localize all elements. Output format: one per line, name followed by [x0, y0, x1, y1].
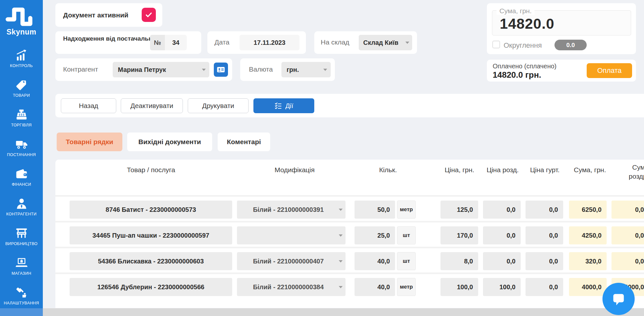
- price-field[interactable]: 8,0: [440, 252, 478, 270]
- document-number-value[interactable]: 34: [165, 35, 187, 50]
- qty-field[interactable]: 40,0: [355, 252, 395, 270]
- sidebar-nav: КОНТРОЛЬ ТОВАРИ ТОРГІВЛЯ ПОСТАЧАННЯ ФІНА…: [0, 49, 43, 305]
- chat-bubble-icon: [610, 290, 628, 308]
- currency-card: Валюта грн.: [240, 58, 335, 81]
- print-button[interactable]: Друкувати: [188, 98, 249, 113]
- qty-field[interactable]: 25,0: [355, 226, 395, 244]
- cash-register-icon: [15, 108, 28, 121]
- modification-dropdown[interactable]: Білий - 2210000000391: [237, 201, 346, 219]
- date-card: Дата 17.11.2023: [207, 31, 306, 54]
- wholesale-price-field[interactable]: 0,0: [526, 252, 563, 270]
- tools-icon: [15, 286, 28, 299]
- currency-dropdown[interactable]: грн.: [281, 62, 331, 77]
- sidebar-item[interactable]: ТОРГІВЛЯ: [0, 108, 43, 127]
- product-field[interactable]: 54366 Блискавка - 2230000000603: [70, 252, 232, 270]
- contractor-card-button[interactable]: [214, 63, 228, 77]
- product-field[interactable]: 8746 Батист - 2230000000573: [70, 201, 232, 219]
- modification-dropdown[interactable]: [237, 226, 346, 244]
- number-sign: №: [150, 35, 165, 50]
- truck-icon: [15, 138, 28, 151]
- date-label: Дата: [214, 38, 230, 46]
- factory-icon: [15, 227, 28, 240]
- tab-product-rows[interactable]: Товарні рядки: [57, 133, 122, 151]
- ukraine-flag-icon: [26, 18, 37, 26]
- retail-price-field[interactable]: 0,0: [483, 226, 521, 244]
- table-body: 8746 Батист - 2230000000573 Білий - 2210…: [55, 195, 644, 298]
- rounding-checkbox[interactable]: [492, 41, 500, 48]
- actions-menu-button[interactable]: Дії: [253, 98, 314, 113]
- sum-value: 14820.0: [500, 15, 554, 32]
- wholesale-price-field[interactable]: 0,0: [526, 201, 563, 219]
- col-header-retail-sum: Сума роздріб: [627, 163, 644, 181]
- paid-card: Оплачено (сплачено) 14820.0 грн. Оплата: [487, 60, 636, 82]
- product-field[interactable]: 34465 Пуш-ап чашки - 2230000000597: [70, 226, 232, 244]
- sum-cell: 6250,0: [569, 201, 607, 219]
- sidebar-item[interactable]: КОНТРАГЕНТИ: [0, 197, 43, 216]
- chevron-down-icon: [338, 233, 343, 238]
- tab-outgoing-documents[interactable]: Вихідні документи: [127, 133, 212, 151]
- modification-dropdown[interactable]: Білий - 2210000000407: [237, 252, 346, 270]
- document-number-field[interactable]: № 34: [150, 35, 187, 50]
- pay-button[interactable]: Оплата: [587, 63, 632, 78]
- sidebar-item[interactable]: КОНТРОЛЬ: [0, 49, 43, 68]
- bottom-strip: [43, 308, 644, 316]
- modification-value: Білий - 2210000000391: [253, 206, 324, 213]
- qty-field[interactable]: 40,0: [355, 278, 395, 296]
- sum-cell: 4000,0: [569, 278, 607, 296]
- contractor-card: Контрагент Марина Петрук: [55, 58, 232, 81]
- rounding-label: Округлення: [504, 41, 542, 50]
- sidebar-item[interactable]: ВИРОБНИЦТВО: [0, 227, 43, 246]
- retail-price-field[interactable]: 0,0: [483, 252, 521, 270]
- qty-field[interactable]: 50,0: [355, 201, 395, 219]
- retail-sum-cell: 0,0: [611, 226, 644, 244]
- back-button[interactable]: Назад: [61, 98, 116, 113]
- rounding-value-badge: 0.0: [554, 40, 587, 50]
- document-active-card: Документ активний: [55, 3, 162, 27]
- actions-band: Назад Деактивувати Друкувати Дії: [55, 94, 644, 117]
- unit-label: шт: [397, 252, 416, 270]
- price-field[interactable]: 170,0: [440, 226, 478, 244]
- col-header-retail-price: Ціна розд.: [487, 166, 519, 174]
- retail-sum-cell: 0,0: [611, 252, 644, 270]
- wholesale-price-field[interactable]: 0,0: [526, 226, 563, 244]
- sidebar-item[interactable]: ФІНАНСИ: [0, 168, 43, 187]
- col-header-modification: Модифікація: [275, 166, 315, 174]
- paid-label: Оплачено (сплачено): [493, 63, 556, 70]
- price-field[interactable]: 100,0: [440, 278, 478, 296]
- date-field[interactable]: 17.11.2023: [240, 35, 299, 50]
- deactivate-button[interactable]: Деактивувати: [121, 98, 183, 113]
- retail-price-field[interactable]: 100,0: [483, 278, 521, 296]
- table-row: 34465 Пуш-ап чашки - 2230000000597 25,0 …: [55, 221, 644, 247]
- currency-label: Валюта: [249, 65, 273, 73]
- sidebar-item[interactable]: НАЛАШТУВАННЯ: [0, 286, 43, 305]
- warehouse-dropdown[interactable]: Склад Київ: [359, 35, 412, 50]
- tab-comments[interactable]: Коментарі: [218, 133, 270, 151]
- chart-icon: [15, 49, 28, 62]
- price-field[interactable]: 125,0: [440, 201, 478, 219]
- wallet-icon: [15, 168, 28, 181]
- col-header-price: Ціна, грн.: [445, 166, 474, 174]
- product-field[interactable]: 126546 Дублерин - 2230000000566: [70, 278, 232, 296]
- modification-dropdown[interactable]: Білий - 2210000000384: [237, 278, 346, 296]
- warehouse-card: На склад Склад Київ: [314, 31, 417, 54]
- contact-card-icon: [216, 65, 225, 74]
- chat-widget-button[interactable]: [602, 283, 635, 315]
- warehouse-value: Склад Київ: [363, 39, 398, 46]
- sidebar-item[interactable]: МАГАЗИН: [0, 257, 43, 276]
- document-active-checkbox[interactable]: [142, 8, 156, 22]
- check-icon: [145, 11, 153, 19]
- contractor-label: Контрагент: [63, 65, 98, 73]
- sidebar-bottom-strip: [0, 308, 43, 316]
- sidebar-item[interactable]: ТОВАРИ: [0, 79, 43, 98]
- brand-name: Skynum: [0, 28, 43, 36]
- table-row: 126546 Дублерин - 2230000000566 Білий - …: [55, 272, 644, 298]
- sidebar-item[interactable]: ПОСТАЧАННЯ: [0, 138, 43, 157]
- sum-cell: 4250,0: [569, 226, 607, 244]
- sum-cell: 320,0: [569, 252, 607, 270]
- contractor-dropdown[interactable]: Марина Петрук: [113, 62, 209, 77]
- sum-card: Сума, грн. 14820.0 Округлення 0.0: [487, 3, 636, 54]
- brand[interactable]: Skynum: [0, 4, 43, 36]
- wholesale-price-field[interactable]: 0,0: [526, 278, 563, 296]
- retail-price-field[interactable]: 0,0: [483, 201, 521, 219]
- chevron-down-icon: [405, 40, 410, 45]
